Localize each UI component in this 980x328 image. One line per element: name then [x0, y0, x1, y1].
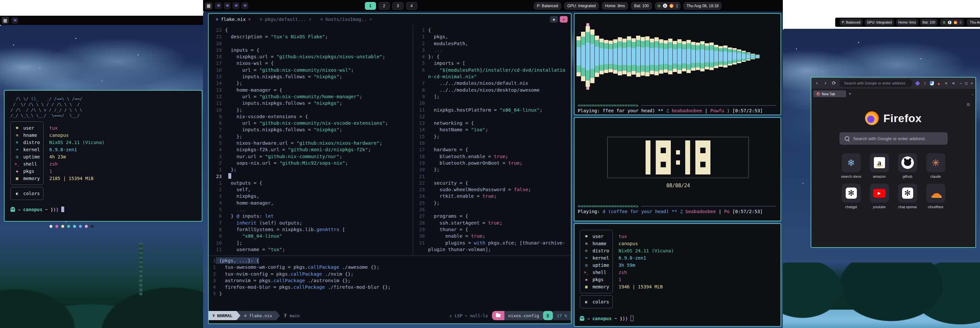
- code-text: bluetooth.powerOnBoot = true;: [425, 160, 522, 166]
- shortcut-tile[interactable]: ☁: [926, 184, 945, 203]
- shortcut-tile[interactable]: ▶: [870, 184, 889, 203]
- fetch-value: 6.9.8-zen1: [617, 254, 674, 261]
- shortcut-amazon[interactable]: aamazon: [870, 153, 889, 178]
- cava-bar: [687, 40, 691, 73]
- extension-icon[interactable]: [915, 81, 920, 86]
- maximize-button[interactable]: □: [965, 81, 967, 86]
- line-number: 29: [415, 226, 425, 233]
- app-launcher-icon[interactable]: $W: [232, 2, 239, 9]
- cursor: [228, 173, 231, 179]
- url-bar[interactable]: Search with Google or enter address: [840, 79, 913, 87]
- center-top-bar: ▦ $W$W$W$W 1234 P: BalancedGPU: Integrat…: [203, 0, 783, 11]
- tab-close-icon[interactable]: ×: [248, 17, 251, 22]
- app-launcher-icon[interactable]: $W: [11, 17, 18, 24]
- bluetooth-icon: ᛒ: [948, 21, 951, 24]
- editor-pane-iso[interactable]: 1{1 pkgs,2 modulesPath,3 ...4}: {5 impor…: [415, 27, 570, 255]
- app-launcher-icon[interactable]: $W: [242, 2, 248, 9]
- code-line: 20: [211, 40, 411, 47]
- gear-icon[interactable]: ⚙: [966, 102, 970, 107]
- menu-icon[interactable]: ▦: [205, 2, 212, 10]
- shortcut-youtube[interactable]: ▶youtube: [870, 184, 889, 209]
- network-icon: ✿: [943, 21, 945, 24]
- sidebery-icon[interactable]: ⇱: [944, 81, 948, 86]
- shortcut-chat-openai[interactable]: ✻chat.openai: [898, 184, 917, 209]
- app-launcher-icon[interactable]: $W: [224, 2, 231, 9]
- fetch-label-row: ≡hname: [14, 132, 40, 139]
- systray: ✿ ᛒ ▯: [940, 19, 964, 26]
- code-line: 9 ];: [415, 93, 570, 100]
- pane-divider-horizontal[interactable]: [208, 255, 571, 256]
- menu-hamburger-icon[interactable]: ≡: [951, 81, 956, 86]
- fetch-hname-icon: ≡: [14, 133, 20, 138]
- forward-button[interactable]: ›: [822, 80, 828, 86]
- close-buffer-button[interactable]: ✕: [560, 16, 568, 22]
- code-line: 11 username = "tux";: [211, 246, 411, 253]
- clock-terminal[interactable]: 08/08/24 =====================> Playing:…: [574, 117, 781, 221]
- minimize-button[interactable]: –: [960, 81, 962, 86]
- close-button[interactable]: ×: [970, 81, 973, 86]
- firefox-window[interactable]: ‹ › ⟳ Search with Google or enter addres…: [811, 77, 976, 248]
- code-line: 5}: [211, 290, 570, 297]
- tab-new-tab[interactable]: New Tab: [813, 90, 846, 97]
- code-line: 8 url = "github:nix-community/nix-vscode…: [211, 120, 411, 126]
- editor-pane-pkgs[interactable]: 1{pkgs, ...}: {1 tux-awesome-wm-config =…: [211, 257, 570, 300]
- workspace-button-4[interactable]: 4: [406, 2, 417, 10]
- line-number: 31: [415, 239, 425, 246]
- menu-icon[interactable]: ▦: [2, 17, 9, 24]
- fetch-value: tux: [48, 124, 105, 132]
- workspace-button-2[interactable]: 2: [379, 2, 390, 10]
- reload-button[interactable]: ⟳: [831, 80, 837, 86]
- shortcut-search-nixos[interactable]: ❄search.nixos: [842, 153, 861, 178]
- shortcut-tile[interactable]: ❄: [842, 153, 861, 172]
- record-button[interactable]: ●: [550, 16, 558, 22]
- clock-widget[interactable]: Thu Aug 08, 18:18: [683, 2, 722, 10]
- metamask-icon[interactable]: ◣: [937, 81, 941, 86]
- neovim-window[interactable]: ❄flake.nix×❄pkgs/default...×❄hosts/isoIm…: [208, 13, 571, 324]
- tab-close-icon[interactable]: ×: [369, 17, 372, 22]
- editor-pane-flake[interactable]: 22{21 description = "tux's NixOS Flake";…: [211, 27, 411, 255]
- line-number: 13: [211, 87, 222, 93]
- workspace-button-1[interactable]: 1: [365, 2, 376, 10]
- app-launcher-icon[interactable]: $W: [215, 2, 222, 9]
- shortcut-claude[interactable]: ✳claude: [926, 153, 945, 178]
- shortcut-tile[interactable]: ✻: [898, 184, 917, 203]
- back-button[interactable]: ‹: [814, 80, 820, 86]
- clock-widget[interactable]: Thu Aug 08, 18:39: [967, 19, 980, 26]
- shortcut-tile[interactable]: a: [870, 153, 889, 172]
- code-text: ];: [425, 93, 439, 100]
- list-tabs-button[interactable]: ⌄: [972, 92, 974, 95]
- shell-prompt[interactable]: →canopus~⟩⟩⟩: [580, 315, 775, 321]
- newtab-search-bar[interactable]: Search with Google or enter address: [840, 132, 948, 145]
- editor-tab-hosts-isoImag-[interactable]: ❄hosts/isoImag..×: [317, 15, 376, 24]
- shield-extension-icon[interactable]: [929, 81, 934, 86]
- youtube-icon: ▶: [873, 189, 886, 198]
- shortcut-cloudflare[interactable]: ☁cloudflare: [926, 184, 945, 209]
- code-text: {pkgs, ...}: {: [216, 257, 259, 264]
- shortcut-tile[interactable]: [898, 153, 917, 172]
- cava-bar: [696, 43, 700, 70]
- editor-tab-flake-nix[interactable]: ❄flake.nix×: [212, 15, 255, 24]
- dark-reader-icon[interactable]: ☽: [922, 81, 927, 86]
- fetch-label-row: >_shell: [583, 269, 609, 276]
- cava-terminal[interactable]: =====================> Playing: ffee for…: [574, 13, 781, 115]
- code-line: 28 ssh.startAgent = true;: [415, 220, 570, 226]
- line-number: 9: [211, 113, 222, 120]
- shortcut-chatgpt[interactable]: ✻chatgpt: [842, 184, 861, 209]
- editor-tab-pkgs-default-[interactable]: ❄pkgs/default...×: [256, 15, 315, 24]
- shortcut-tile[interactable]: ✻: [842, 184, 861, 203]
- status-pill: P: Balanced: [534, 2, 562, 10]
- shortcut-tile[interactable]: ✳: [926, 153, 945, 172]
- shortcut-github[interactable]: github: [898, 153, 917, 178]
- code-text: url = "github:nix-community/home-manager…: [222, 93, 362, 100]
- code-line: 3 nixpkgs,: [211, 193, 411, 200]
- line-number: 15: [211, 73, 222, 80]
- cava-bar: [700, 41, 705, 71]
- tab-close-icon[interactable]: ×: [309, 17, 311, 22]
- fetch-terminal[interactable]: ☻user≡hname❄distro⌨kernel◷uptime>_shell◆…: [574, 223, 781, 327]
- code-text: programs = {: [425, 213, 468, 219]
- new-tab-button[interactable]: +: [849, 91, 851, 96]
- terminal-window-left[interactable]: /\ \/ ()_ _/ /==\ \ /==/ / \/ /\ \ \ / /…: [4, 90, 202, 222]
- pane-divider-vertical[interactable]: [413, 25, 414, 255]
- code-text: nixpkgs-f2k.url = "github:moni-dz/nixpkg…: [222, 146, 371, 153]
- workspace-button-3[interactable]: 3: [392, 2, 404, 10]
